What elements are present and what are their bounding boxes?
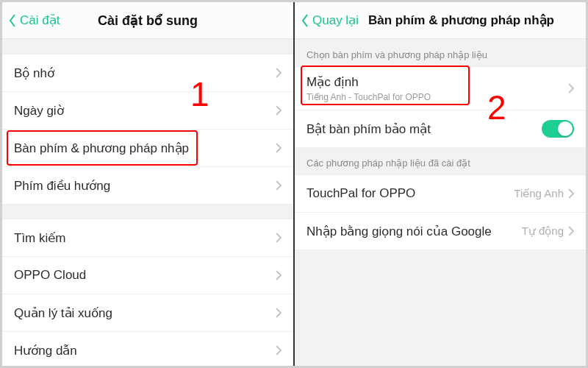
- chevron-right-icon: [568, 226, 574, 236]
- chevron-right-icon: [276, 308, 282, 318]
- chevron-right-icon: [276, 233, 282, 243]
- row-label: Hướng dẫn: [14, 343, 77, 358]
- row-memory[interactable]: Bộ nhớ: [2, 54, 293, 92]
- chevron-right-icon: [276, 180, 282, 191]
- back-button[interactable]: Quay lại: [301, 13, 359, 28]
- chevron-right-icon: [276, 270, 282, 280]
- row-keyboard-input[interactable]: Bàn phím & phương pháp nhập: [2, 129, 293, 167]
- chevron-right-icon: [568, 188, 574, 199]
- row-downloads[interactable]: Quản lý tải xuống: [2, 294, 293, 332]
- row-label: OPPO Cloud: [14, 268, 86, 283]
- row-sublabel: Tiếng Anh - TouchPal for OPPO: [306, 92, 431, 102]
- chevron-right-icon: [276, 68, 282, 78]
- chevron-right-icon: [568, 83, 574, 93]
- row-trail-value: Tiếng Anh: [514, 187, 564, 200]
- screen-additional-settings: Cài đặt Cài đặt bổ sung Bộ nhớ Ngày giờ …: [2, 2, 295, 366]
- chevron-right-icon: [276, 143, 282, 153]
- chevron-right-icon: [276, 105, 282, 116]
- row-date-time[interactable]: Ngày giờ: [2, 91, 293, 130]
- section-header: Các phương pháp nhập liệu đã cài đặt: [295, 147, 586, 174]
- row-label: Ngày giờ: [14, 103, 64, 118]
- row-nav-keys[interactable]: Phím điều hướng: [2, 166, 293, 205]
- row-label: Tìm kiếm: [14, 230, 65, 246]
- row-ime-touchpal[interactable]: TouchPal for OPPO Tiếng Anh: [295, 174, 586, 213]
- row-search[interactable]: Tìm kiếm: [2, 219, 293, 257]
- row-ime-google-voice[interactable]: Nhập bằng giọng nói của Google Tự động: [295, 212, 586, 250]
- row-label: Mặc định: [306, 74, 431, 90]
- toggle-secure-keyboard[interactable]: [542, 120, 574, 138]
- row-secure-keyboard[interactable]: Bật bàn phím bảo mật: [295, 110, 586, 148]
- row-label: Bàn phím & phương pháp nhập: [14, 141, 189, 156]
- row-label: Bật bàn phím bảo mật: [306, 121, 431, 137]
- back-button[interactable]: Cài đặt: [8, 13, 60, 28]
- page-title: Cài đặt bổ sung: [98, 13, 198, 29]
- row-oppo-cloud[interactable]: OPPO Cloud: [2, 256, 293, 294]
- header: Quay lại Bàn phím & phương pháp nhập: [295, 2, 586, 39]
- row-guide[interactable]: Hướng dẫn: [2, 331, 293, 368]
- chevron-right-icon: [276, 345, 282, 355]
- row-default-keyboard[interactable]: Mặc định Tiếng Anh - TouchPal for OPPO: [295, 66, 586, 110]
- header: Cài đặt Cài đặt bổ sung: [2, 2, 293, 39]
- page-title: Bàn phím & phương pháp nhập: [368, 13, 554, 28]
- chevron-left-icon: [301, 13, 309, 28]
- row-label: Bộ nhớ: [14, 66, 54, 81]
- back-label: Cài đặt: [20, 13, 60, 28]
- section-header: Chọn bàn phím và phương pháp nhập liệu: [295, 39, 586, 66]
- screen-keyboard-input: Quay lại Bàn phím & phương pháp nhập Chọ…: [295, 2, 586, 366]
- row-label: TouchPal for OPPO: [306, 186, 415, 201]
- row-label: Nhập bằng giọng nói của Google: [306, 224, 492, 239]
- row-trail-value: Tự động: [522, 224, 564, 238]
- row-label: Phím điều hướng: [14, 178, 110, 194]
- chevron-left-icon: [8, 13, 17, 28]
- back-label: Quay lại: [312, 13, 359, 28]
- row-label: Quản lý tải xuống: [14, 305, 112, 321]
